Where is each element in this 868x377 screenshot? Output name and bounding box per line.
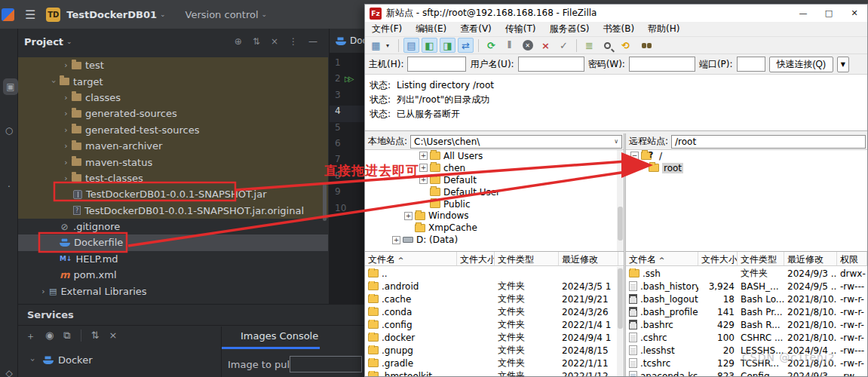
expand-all-icon[interactable]: ⇅ [91, 329, 100, 343]
tree-item-snapshot-jar[interactable]: TestDockerDB01-0.0.1-SNAPSHOT.jar [18, 186, 328, 202]
chevron-expanded-icon[interactable]: › [49, 76, 59, 87]
services-docker-node[interactable]: › Docker [27, 354, 93, 366]
expand-icon[interactable]: + [392, 236, 400, 244]
services-tool-icon[interactable]: ◇ [0, 368, 18, 377]
project-badge[interactable]: TD [46, 8, 60, 22]
username-input[interactable] [518, 57, 584, 72]
tree-item-test-classes[interactable]: › test-classes [18, 170, 328, 186]
tree-item-generated-sources[interactable]: › generated-sources [18, 106, 328, 121]
local-list-scrollbar[interactable] [617, 267, 624, 376]
file-row[interactable]: .cshrc100CSHRC ...2021/8/10...-rw-r- [626, 331, 867, 344]
tree-item-classes[interactable]: › classes [18, 90, 328, 106]
file-row[interactable]: .bashrc429Bash R...2021/8/10...-rw-r- [626, 318, 867, 331]
expand-icon[interactable]: + [419, 176, 428, 184]
file-row[interactable]: .gradle文件夹2022/1/11 [365, 357, 624, 369]
quickconnect-button[interactable]: 快速连接(Q) [769, 57, 833, 72]
port-input[interactable] [737, 57, 765, 72]
cancel-icon[interactable]: ✕ [520, 38, 535, 53]
toggle-local-tree-icon[interactable]: ◧ [422, 38, 437, 53]
more-tools-icon[interactable]: · [0, 182, 18, 192]
menu-view[interactable]: 查看(V) [453, 23, 498, 35]
filter-icon[interactable] [600, 38, 615, 53]
more-options-icon[interactable]: ⋮ [289, 36, 298, 47]
disconnect-icon[interactable]: × [538, 38, 554, 53]
tree-item-dockerfile[interactable]: Dockerfile [18, 234, 328, 250]
remote-tree-item-root[interactable]: root [626, 162, 867, 174]
file-row[interactable]: .lesshst20LESSHS...2024/9/4 ...-rw--- [626, 344, 867, 357]
synchronized-browsing-icon[interactable]: ⟲ [618, 38, 633, 53]
chevron-right-icon[interactable]: › [60, 173, 72, 183]
file-row[interactable]: .gnupg文件夹2024/8/15 [365, 344, 624, 357]
local-tree-item-default-user[interactable]: Default User [365, 186, 624, 198]
file-row[interactable]: .cache文件夹2021/9/21 [365, 293, 624, 305]
find-files-icon[interactable] [636, 38, 652, 53]
file-row[interactable]: .bash_history3,924BASH_...2024/9/5 ...-r… [626, 280, 867, 293]
tree-item-target[interactable]: › target [18, 73, 328, 89]
commit-tool-icon[interactable]: ○ [0, 125, 18, 136]
local-tree-item-d-drive[interactable]: +D: (Data) [365, 234, 624, 246]
view-options-icon[interactable]: ◉ [45, 329, 54, 343]
run-icon[interactable]: ▷▷ [345, 75, 351, 83]
column-permissions[interactable]: 权限 [837, 252, 867, 265]
column-filetype[interactable]: 文件类型 [495, 252, 559, 265]
local-tree-item-all-users[interactable]: +All Users [365, 150, 624, 162]
chevron-right-icon[interactable]: › [60, 125, 72, 135]
file-row[interactable]: .bash_logout18Bash Lo...2021/8/10...-rw-… [626, 293, 867, 305]
refresh-icon[interactable]: ⟳ [483, 38, 499, 53]
collapse-all-icon[interactable]: × [271, 36, 278, 47]
host-input[interactable] [407, 57, 466, 72]
images-console-tab[interactable]: Images Console [241, 330, 318, 342]
project-tool-icon[interactable]: ▣ [3, 78, 18, 95]
expand-icon[interactable]: + [419, 164, 428, 172]
password-input[interactable] [629, 57, 695, 72]
column-filetype[interactable]: 文件类型 [738, 252, 784, 265]
file-row[interactable]: anaconda-ks.cfg823Config...2024/9/3 ...-… [626, 369, 867, 376]
minimize-button[interactable]: — [790, 5, 816, 22]
local-tree-item-xmpcache[interactable]: XmpCache [365, 222, 624, 234]
file-row[interactable]: .android文件夹2024/3/5 1 [365, 280, 624, 293]
reconnect-icon[interactable]: ✓ [556, 38, 572, 53]
local-tree-item-public[interactable]: Public [365, 198, 624, 210]
image-to-pull-input[interactable] [290, 356, 362, 372]
expand-icon[interactable]: + [419, 152, 428, 160]
local-tree-item-chen[interactable]: +chen [365, 162, 624, 174]
menu-server[interactable]: 服务器(S) [543, 23, 597, 35]
site-manager-dropdown-icon[interactable]: ▾ [386, 42, 394, 49]
process-queue-icon[interactable]: ⫴ [501, 38, 517, 53]
menu-edit[interactable]: 编辑(E) [409, 23, 453, 35]
expand-icon[interactable]: + [404, 212, 413, 220]
chevron-down-icon[interactable]: ∨ [614, 138, 621, 145]
column-modified[interactable]: 最近修改 [559, 252, 618, 265]
tree-item-external-libraries[interactable]: › ▤ External Libraries [18, 283, 328, 299]
local-tree-scrollbar[interactable] [617, 150, 624, 251]
local-tree-item-default[interactable]: +Default [365, 174, 624, 186]
file-row[interactable]: .docker文件夹2024/9/4 1 [365, 331, 624, 344]
collapse-icon[interactable]: − [630, 152, 639, 160]
tree-item-generated-test-sources[interactable]: › generated-test-sources [18, 122, 328, 138]
chevron-right-icon[interactable]: › [60, 60, 72, 70]
chevron-expanded-icon[interactable]: › [28, 354, 38, 366]
menu-transfer[interactable]: 传输(T) [498, 23, 543, 35]
toggle-remote-tree-icon[interactable]: ◨ [440, 38, 455, 53]
tree-item-maven-archiver[interactable]: › maven-archiver [18, 138, 328, 154]
remote-tree-item-root-slash[interactable]: − / [626, 150, 867, 162]
toggle-transfer-queue-icon[interactable]: ⇄ [458, 38, 474, 53]
menu-help[interactable]: 帮助(H) [641, 23, 686, 35]
main-menu-icon[interactable]: ☰ [25, 8, 35, 22]
tree-item-snapshot-jar-original[interactable]: ? TestDockerDB01-0.0.1-SNAPSHOT.jar.orig… [18, 203, 328, 219]
add-service-icon[interactable]: ＋ [26, 329, 35, 343]
tree-item-pom-xml[interactable]: m pom.xml [18, 267, 328, 283]
file-row[interactable]: .ssh文件夹2024/9/3 ...drwx- [626, 267, 867, 280]
column-filename[interactable]: 文件名 ^ [626, 252, 698, 265]
tree-item-help-md[interactable]: M↓ HELP.md [18, 251, 328, 267]
chevron-right-icon[interactable]: › [60, 158, 72, 167]
file-row[interactable]: .hmstoolkit文件夹2022/1/12 [365, 369, 624, 376]
chevron-right-icon[interactable]: › [60, 109, 72, 118]
file-row[interactable]: .config文件夹2022/1/4 1 [365, 318, 624, 331]
chevron-right-icon[interactable]: › [38, 287, 49, 296]
remote-site-combo[interactable]: /root [671, 135, 866, 149]
editor-tab-dockerfile[interactable]: Dock [330, 29, 364, 53]
quickconnect-dropdown-icon[interactable]: ▼ [837, 57, 849, 72]
project-name[interactable]: TestDockerDB01 [66, 9, 157, 20]
close-button[interactable]: ✕ [842, 5, 867, 22]
